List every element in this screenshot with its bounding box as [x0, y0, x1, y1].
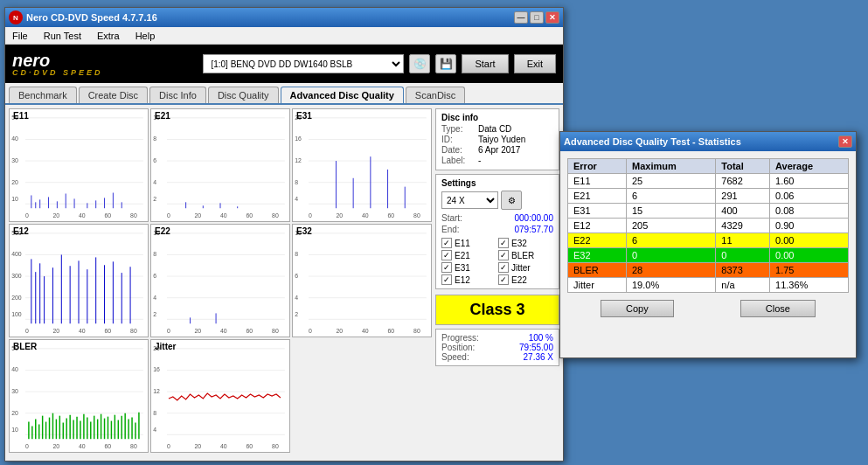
svg-text:0: 0: [25, 443, 29, 449]
chk-e32-box[interactable]: [498, 238, 509, 248]
stats-content: Error Maximum Total Average E11 25 7682 …: [560, 151, 856, 324]
stats-buttons: Copy Close: [567, 300, 849, 317]
chk-e21-box[interactable]: [441, 250, 452, 260]
nero-logo: neroCD·DVD SPEED: [12, 52, 103, 77]
chart-e32: E32 10 8 6 4 2 0 20 40 60 80: [292, 224, 432, 337]
id-value: Taiyo Yuden: [478, 135, 525, 144]
menu-file[interactable]: File: [9, 29, 31, 43]
chk-e21[interactable]: E21: [441, 250, 496, 260]
svg-text:10: 10: [11, 196, 18, 202]
svg-text:20: 20: [194, 212, 201, 219]
chk-e11[interactable]: E11: [441, 238, 496, 248]
svg-text:40: 40: [11, 135, 18, 142]
row-e12-total: 4329: [716, 219, 770, 233]
tab-create-disc[interactable]: Create Disc: [79, 87, 148, 103]
table-row-jitter: Jitter 19.0% n/a 11.36%: [568, 278, 849, 293]
stats-close-icon[interactable]: ✕: [838, 135, 852, 148]
row-bler-avg: 1.75: [770, 263, 849, 278]
logo-bar: neroCD·DVD SPEED [1:0] BENQ DVD DD DW164…: [5, 45, 563, 83]
row-e21-error: E21: [568, 189, 627, 204]
svg-text:0: 0: [167, 443, 170, 449]
chk-e31-box[interactable]: [441, 262, 452, 273]
maximize-button[interactable]: □: [530, 11, 544, 24]
chk-e32[interactable]: E32: [498, 238, 553, 248]
disc-label-row: Label: -: [441, 156, 553, 165]
class-badge: Class 3: [435, 295, 559, 325]
chk-jitter-box[interactable]: [498, 262, 509, 273]
disc-info-title: Disc info: [441, 113, 553, 122]
menu-run-test[interactable]: Run Test: [40, 29, 85, 43]
svg-text:20: 20: [11, 179, 18, 185]
chk-e22-box[interactable]: [498, 274, 509, 285]
chk-bler-box[interactable]: [498, 250, 509, 260]
end-label: End:: [441, 225, 460, 234]
chk-bler[interactable]: BLER: [498, 250, 553, 260]
tab-bar: Benchmark Create Disc Disc Info Disc Qua…: [5, 83, 563, 105]
svg-text:40: 40: [362, 212, 369, 219]
start-button[interactable]: Start: [462, 54, 508, 73]
stats-close-button[interactable]: Close: [740, 300, 816, 317]
save-icon-button[interactable]: 💾: [435, 54, 456, 73]
row-e11-max: 25: [627, 174, 716, 189]
settings-icon-button[interactable]: ⚙: [501, 191, 522, 210]
row-e32-total: 0: [716, 248, 770, 263]
svg-rect-99: [151, 225, 289, 337]
menu-help[interactable]: Help: [132, 29, 159, 43]
id-label: ID:: [441, 135, 475, 144]
svg-text:40: 40: [79, 328, 86, 334]
svg-text:200: 200: [11, 295, 22, 301]
end-time-row: End: 079:57.70: [441, 225, 553, 234]
start-label: Start:: [441, 213, 462, 223]
row-jitter-max: 19.0%: [627, 278, 716, 293]
svg-text:40: 40: [11, 366, 18, 372]
menu-bar: File Run Test Extra Help: [5, 27, 563, 45]
row-bler-max: 28: [627, 263, 716, 278]
stats-title-bar: Advanced Disc Quality Test - Statistics …: [560, 132, 856, 151]
tab-advanced-disc-quality[interactable]: Advanced Disc Quality: [281, 87, 404, 103]
speed-select[interactable]: 24 X: [441, 191, 498, 209]
row-jitter-error: Jitter: [568, 278, 627, 293]
start-time-row: Start: 000:00.00: [441, 213, 553, 223]
menu-extra[interactable]: Extra: [94, 29, 123, 43]
chk-e12-box[interactable]: [441, 274, 452, 285]
svg-text:40: 40: [79, 212, 86, 219]
tab-disc-info[interactable]: Disc Info: [149, 87, 206, 103]
row-e21-total: 291: [716, 189, 770, 204]
speed-row-prog: Speed: 27.36 X: [441, 352, 553, 362]
checkboxes-group: E11 E32 E21 BLER: [441, 238, 553, 285]
settings-box: Settings 24 X ⚙ Start: 000:00.00 End: 07…: [435, 174, 559, 289]
row-e12-avg: 0.90: [770, 219, 849, 233]
table-row-bler: BLER 28 8373 1.75: [568, 263, 849, 278]
svg-rect-117: [293, 225, 431, 337]
drive-select[interactable]: [1:0] BENQ DVD DD DW1640 BSLB: [203, 54, 404, 73]
svg-text:2: 2: [295, 311, 298, 317]
progress-key: Progress:: [441, 333, 479, 343]
tab-benchmark[interactable]: Benchmark: [9, 87, 77, 103]
chk-jitter[interactable]: Jitter: [498, 262, 553, 273]
svg-text:2: 2: [153, 196, 156, 202]
disc-icon-button[interactable]: 💿: [409, 54, 430, 73]
row-e31-max: 15: [627, 204, 716, 219]
copy-button[interactable]: Copy: [601, 300, 674, 317]
col-error: Error: [568, 159, 627, 174]
svg-text:80: 80: [130, 212, 137, 219]
tab-disc-quality[interactable]: Disc Quality: [208, 87, 279, 103]
chk-e11-box[interactable]: [441, 238, 452, 248]
svg-text:80: 80: [413, 328, 420, 334]
tab-scan-disc[interactable]: ScanDisc: [406, 87, 465, 103]
minimize-button[interactable]: —: [514, 11, 528, 24]
svg-text:60: 60: [105, 212, 112, 219]
logo-right: [1:0] BENQ DVD DD DW1640 BSLB 💿 💾 Start …: [203, 54, 556, 73]
svg-text:0: 0: [25, 212, 29, 219]
chart-e32-svg: 10 8 6 4 2 0 20 40 60 80: [293, 225, 431, 337]
svg-text:0: 0: [309, 212, 312, 219]
svg-text:4: 4: [153, 179, 156, 185]
svg-text:400: 400: [11, 251, 22, 257]
row-e21-max: 6: [627, 189, 716, 204]
chart-e31-label: E31: [296, 111, 312, 121]
chk-e22[interactable]: E22: [498, 274, 553, 285]
chk-e12[interactable]: E12: [441, 274, 496, 285]
chk-e31[interactable]: E31: [441, 262, 496, 273]
exit-button[interactable]: Exit: [514, 54, 556, 73]
close-button[interactable]: ✕: [545, 11, 559, 24]
